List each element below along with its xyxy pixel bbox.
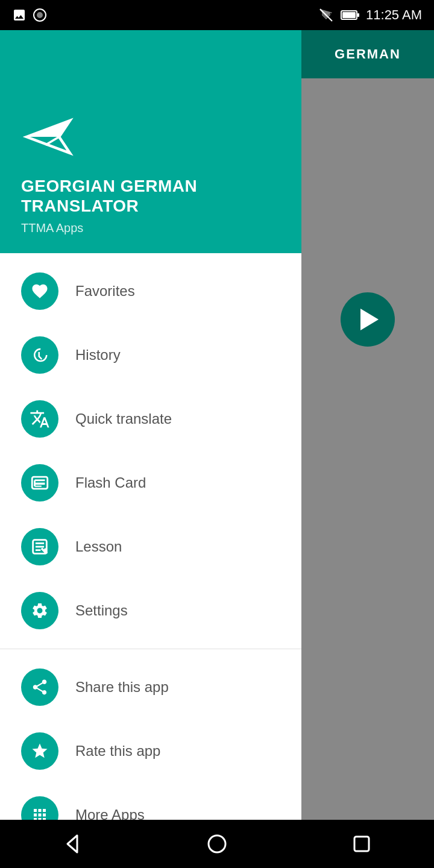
app-name: GEORGIAN GERMAN TRANSLATOR bbox=[21, 176, 280, 216]
main-container: GEORGIAN GERMAN TRANSLATOR TTMA Apps Fav… bbox=[0, 30, 434, 868]
recent-button[interactable] bbox=[351, 833, 373, 855]
lesson-icon-bg bbox=[21, 528, 58, 565]
settings-icon-bg bbox=[21, 592, 58, 629]
battery-icon bbox=[341, 9, 360, 21]
menu-item-flash-card[interactable]: Flash Card bbox=[0, 451, 301, 515]
star-icon bbox=[31, 742, 49, 760]
translate-icon bbox=[30, 409, 50, 429]
favorites-label: Favorites bbox=[75, 283, 135, 300]
flashcard-icon bbox=[30, 473, 50, 493]
share-label: Share this app bbox=[75, 679, 169, 696]
menu-item-quick-translate[interactable]: Quick translate bbox=[0, 387, 301, 451]
signal-off-icon bbox=[318, 8, 335, 22]
favorites-icon-bg bbox=[21, 272, 58, 310]
translate-button[interactable] bbox=[341, 292, 395, 347]
quick-translate-label: Quick translate bbox=[75, 410, 172, 427]
status-bar-right-icons: 11:25 AM bbox=[318, 7, 422, 23]
back-icon bbox=[61, 833, 83, 855]
menu-item-favorites[interactable]: Favorites bbox=[0, 259, 301, 323]
settings-label: Settings bbox=[75, 602, 128, 619]
status-time: 11:25 AM bbox=[366, 7, 422, 23]
settings-icon bbox=[31, 602, 49, 620]
menu-item-history[interactable]: History bbox=[0, 323, 301, 387]
share-icon-bg bbox=[21, 668, 58, 706]
lesson-label: Lesson bbox=[75, 538, 122, 555]
svg-point-21 bbox=[209, 835, 225, 852]
flash-card-icon-bg bbox=[21, 464, 58, 502]
developer-name: TTMA Apps bbox=[21, 221, 280, 235]
share-icon bbox=[31, 678, 49, 696]
flash-card-label: Flash Card bbox=[75, 474, 146, 491]
menu-item-lesson[interactable]: Lesson bbox=[0, 515, 301, 579]
svg-rect-4 bbox=[342, 12, 356, 18]
status-bar-left-icons bbox=[12, 8, 47, 22]
svg-line-8 bbox=[46, 137, 60, 145]
svg-rect-22 bbox=[354, 837, 369, 851]
svg-marker-20 bbox=[68, 835, 77, 852]
lesson-icon bbox=[30, 536, 50, 557]
drawer: GEORGIAN GERMAN TRANSLATOR TTMA Apps Fav… bbox=[0, 30, 301, 868]
history-icon-bg bbox=[21, 336, 58, 374]
send-icon bbox=[360, 309, 379, 330]
right-panel-content bbox=[301, 78, 434, 868]
status-bar: 11:25 AM bbox=[0, 0, 434, 30]
quick-translate-icon-bg bbox=[21, 400, 58, 438]
bottom-nav bbox=[0, 820, 434, 868]
history-label: History bbox=[75, 347, 121, 363]
svg-point-1 bbox=[37, 12, 43, 18]
sync-icon bbox=[33, 8, 47, 22]
image-icon bbox=[12, 8, 27, 22]
right-panel-title: GERMAN bbox=[335, 46, 401, 62]
svg-rect-5 bbox=[357, 13, 359, 17]
home-button[interactable] bbox=[206, 833, 228, 855]
recent-icon bbox=[351, 833, 373, 855]
menu-divider bbox=[0, 649, 301, 649]
right-panel-header: GERMAN bbox=[301, 30, 434, 78]
menu-item-share[interactable]: Share this app bbox=[0, 655, 301, 719]
drawer-header: GEORGIAN GERMAN TRANSLATOR TTMA Apps bbox=[0, 30, 301, 253]
menu-item-rate[interactable]: Rate this app bbox=[0, 719, 301, 783]
back-button[interactable] bbox=[61, 833, 83, 855]
clock-icon bbox=[31, 346, 49, 364]
menu-item-settings[interactable]: Settings bbox=[0, 579, 301, 643]
home-icon bbox=[206, 833, 228, 855]
rate-icon-bg bbox=[21, 732, 58, 770]
drawer-menu: Favorites History Quick translate bbox=[0, 253, 301, 868]
app-logo bbox=[21, 110, 75, 164]
heart-icon bbox=[31, 282, 49, 300]
rate-label: Rate this app bbox=[75, 743, 160, 760]
right-panel: GERMAN bbox=[301, 30, 434, 868]
